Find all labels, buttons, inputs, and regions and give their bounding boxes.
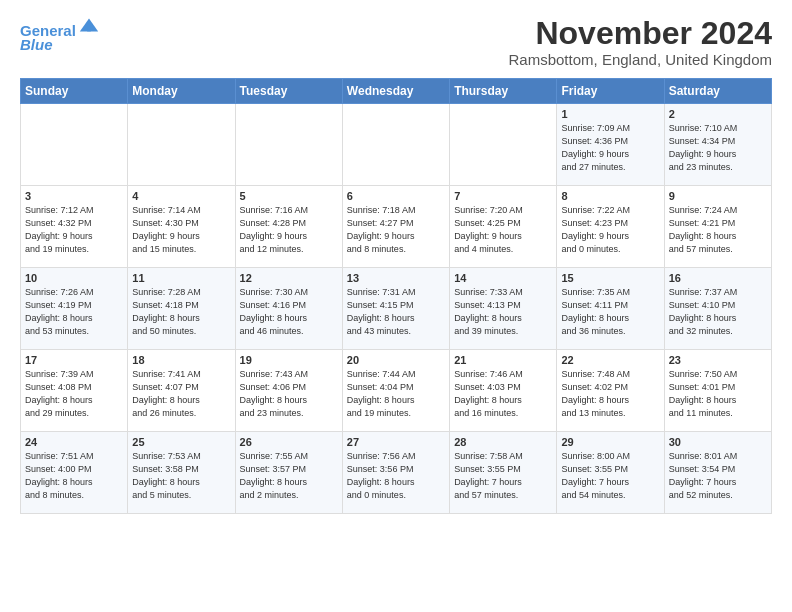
calendar-cell: 8Sunrise: 7:22 AMSunset: 4:23 PMDaylight… xyxy=(557,186,664,268)
calendar-cell xyxy=(342,104,449,186)
calendar-cell: 24Sunrise: 7:51 AMSunset: 4:00 PMDayligh… xyxy=(21,432,128,514)
day-number: 2 xyxy=(669,108,767,120)
calendar-cell: 1Sunrise: 7:09 AMSunset: 4:36 PMDaylight… xyxy=(557,104,664,186)
calendar-week-3: 10Sunrise: 7:26 AMSunset: 4:19 PMDayligh… xyxy=(21,268,772,350)
calendar-cell: 15Sunrise: 7:35 AMSunset: 4:11 PMDayligh… xyxy=(557,268,664,350)
day-info: Sunrise: 7:18 AMSunset: 4:27 PMDaylight:… xyxy=(347,204,445,256)
weekday-monday: Monday xyxy=(128,79,235,104)
calendar-cell: 19Sunrise: 7:43 AMSunset: 4:06 PMDayligh… xyxy=(235,350,342,432)
day-number: 19 xyxy=(240,354,338,366)
day-info: Sunrise: 7:33 AMSunset: 4:13 PMDaylight:… xyxy=(454,286,552,338)
day-info: Sunrise: 7:24 AMSunset: 4:21 PMDaylight:… xyxy=(669,204,767,256)
day-number: 16 xyxy=(669,272,767,284)
day-number: 28 xyxy=(454,436,552,448)
day-info: Sunrise: 8:01 AMSunset: 3:54 PMDaylight:… xyxy=(669,450,767,502)
day-info: Sunrise: 7:55 AMSunset: 3:57 PMDaylight:… xyxy=(240,450,338,502)
page-subtitle: Ramsbottom, England, United Kingdom xyxy=(509,51,772,68)
day-info: Sunrise: 7:39 AMSunset: 4:08 PMDaylight:… xyxy=(25,368,123,420)
day-info: Sunrise: 7:20 AMSunset: 4:25 PMDaylight:… xyxy=(454,204,552,256)
day-info: Sunrise: 7:50 AMSunset: 4:01 PMDaylight:… xyxy=(669,368,767,420)
weekday-wednesday: Wednesday xyxy=(342,79,449,104)
calendar-cell: 13Sunrise: 7:31 AMSunset: 4:15 PMDayligh… xyxy=(342,268,449,350)
calendar-cell: 22Sunrise: 7:48 AMSunset: 4:02 PMDayligh… xyxy=(557,350,664,432)
calendar-cell: 11Sunrise: 7:28 AMSunset: 4:18 PMDayligh… xyxy=(128,268,235,350)
weekday-saturday: Saturday xyxy=(664,79,771,104)
day-number: 6 xyxy=(347,190,445,202)
calendar-cell: 20Sunrise: 7:44 AMSunset: 4:04 PMDayligh… xyxy=(342,350,449,432)
svg-rect-1 xyxy=(87,26,91,31)
calendar-cell: 18Sunrise: 7:41 AMSunset: 4:07 PMDayligh… xyxy=(128,350,235,432)
weekday-tuesday: Tuesday xyxy=(235,79,342,104)
day-number: 25 xyxy=(132,436,230,448)
logo: General Blue xyxy=(20,16,100,54)
calendar-cell: 9Sunrise: 7:24 AMSunset: 4:21 PMDaylight… xyxy=(664,186,771,268)
weekday-friday: Friday xyxy=(557,79,664,104)
day-number: 5 xyxy=(240,190,338,202)
day-number: 22 xyxy=(561,354,659,366)
day-info: Sunrise: 7:12 AMSunset: 4:32 PMDaylight:… xyxy=(25,204,123,256)
day-number: 29 xyxy=(561,436,659,448)
day-info: Sunrise: 7:16 AMSunset: 4:28 PMDaylight:… xyxy=(240,204,338,256)
calendar-cell: 2Sunrise: 7:10 AMSunset: 4:34 PMDaylight… xyxy=(664,104,771,186)
day-number: 24 xyxy=(25,436,123,448)
calendar-cell: 23Sunrise: 7:50 AMSunset: 4:01 PMDayligh… xyxy=(664,350,771,432)
calendar-cell: 5Sunrise: 7:16 AMSunset: 4:28 PMDaylight… xyxy=(235,186,342,268)
calendar-week-5: 24Sunrise: 7:51 AMSunset: 4:00 PMDayligh… xyxy=(21,432,772,514)
day-number: 9 xyxy=(669,190,767,202)
calendar-cell: 16Sunrise: 7:37 AMSunset: 4:10 PMDayligh… xyxy=(664,268,771,350)
day-info: Sunrise: 7:37 AMSunset: 4:10 PMDaylight:… xyxy=(669,286,767,338)
day-info: Sunrise: 7:14 AMSunset: 4:30 PMDaylight:… xyxy=(132,204,230,256)
calendar-cell: 21Sunrise: 7:46 AMSunset: 4:03 PMDayligh… xyxy=(450,350,557,432)
day-info: Sunrise: 7:09 AMSunset: 4:36 PMDaylight:… xyxy=(561,122,659,174)
day-number: 26 xyxy=(240,436,338,448)
day-info: Sunrise: 7:30 AMSunset: 4:16 PMDaylight:… xyxy=(240,286,338,338)
day-info: Sunrise: 7:56 AMSunset: 3:56 PMDaylight:… xyxy=(347,450,445,502)
day-info: Sunrise: 7:46 AMSunset: 4:03 PMDaylight:… xyxy=(454,368,552,420)
calendar-week-2: 3Sunrise: 7:12 AMSunset: 4:32 PMDaylight… xyxy=(21,186,772,268)
calendar-cell: 3Sunrise: 7:12 AMSunset: 4:32 PMDaylight… xyxy=(21,186,128,268)
calendar-week-4: 17Sunrise: 7:39 AMSunset: 4:08 PMDayligh… xyxy=(21,350,772,432)
day-info: Sunrise: 7:22 AMSunset: 4:23 PMDaylight:… xyxy=(561,204,659,256)
calendar-cell: 6Sunrise: 7:18 AMSunset: 4:27 PMDaylight… xyxy=(342,186,449,268)
day-number: 10 xyxy=(25,272,123,284)
page-title: November 2024 xyxy=(509,16,772,51)
day-number: 15 xyxy=(561,272,659,284)
weekday-sunday: Sunday xyxy=(21,79,128,104)
day-info: Sunrise: 7:43 AMSunset: 4:06 PMDaylight:… xyxy=(240,368,338,420)
day-info: Sunrise: 7:10 AMSunset: 4:34 PMDaylight:… xyxy=(669,122,767,174)
day-number: 3 xyxy=(25,190,123,202)
day-info: Sunrise: 7:41 AMSunset: 4:07 PMDaylight:… xyxy=(132,368,230,420)
logo-icon xyxy=(78,14,100,36)
calendar-cell: 29Sunrise: 8:00 AMSunset: 3:55 PMDayligh… xyxy=(557,432,664,514)
calendar-cell: 4Sunrise: 7:14 AMSunset: 4:30 PMDaylight… xyxy=(128,186,235,268)
calendar-cell: 12Sunrise: 7:30 AMSunset: 4:16 PMDayligh… xyxy=(235,268,342,350)
day-info: Sunrise: 8:00 AMSunset: 3:55 PMDaylight:… xyxy=(561,450,659,502)
day-number: 23 xyxy=(669,354,767,366)
day-info: Sunrise: 7:51 AMSunset: 4:00 PMDaylight:… xyxy=(25,450,123,502)
calendar-cell xyxy=(128,104,235,186)
calendar-cell: 10Sunrise: 7:26 AMSunset: 4:19 PMDayligh… xyxy=(21,268,128,350)
day-number: 13 xyxy=(347,272,445,284)
calendar-cell xyxy=(21,104,128,186)
day-number: 20 xyxy=(347,354,445,366)
page-header: General Blue November 2024 Ramsbottom, E… xyxy=(20,16,772,68)
day-info: Sunrise: 7:53 AMSunset: 3:58 PMDaylight:… xyxy=(132,450,230,502)
day-info: Sunrise: 7:48 AMSunset: 4:02 PMDaylight:… xyxy=(561,368,659,420)
day-number: 7 xyxy=(454,190,552,202)
calendar-page: General Blue November 2024 Ramsbottom, E… xyxy=(0,0,792,612)
day-info: Sunrise: 7:35 AMSunset: 4:11 PMDaylight:… xyxy=(561,286,659,338)
day-info: Sunrise: 7:58 AMSunset: 3:55 PMDaylight:… xyxy=(454,450,552,502)
calendar-cell: 27Sunrise: 7:56 AMSunset: 3:56 PMDayligh… xyxy=(342,432,449,514)
day-number: 14 xyxy=(454,272,552,284)
calendar-cell xyxy=(450,104,557,186)
day-number: 8 xyxy=(561,190,659,202)
calendar-cell: 25Sunrise: 7:53 AMSunset: 3:58 PMDayligh… xyxy=(128,432,235,514)
weekday-thursday: Thursday xyxy=(450,79,557,104)
title-block: November 2024 Ramsbottom, England, Unite… xyxy=(509,16,772,68)
day-number: 21 xyxy=(454,354,552,366)
day-info: Sunrise: 7:44 AMSunset: 4:04 PMDaylight:… xyxy=(347,368,445,420)
weekday-header-row: SundayMondayTuesdayWednesdayThursdayFrid… xyxy=(21,79,772,104)
calendar-cell: 17Sunrise: 7:39 AMSunset: 4:08 PMDayligh… xyxy=(21,350,128,432)
day-info: Sunrise: 7:26 AMSunset: 4:19 PMDaylight:… xyxy=(25,286,123,338)
day-number: 1 xyxy=(561,108,659,120)
